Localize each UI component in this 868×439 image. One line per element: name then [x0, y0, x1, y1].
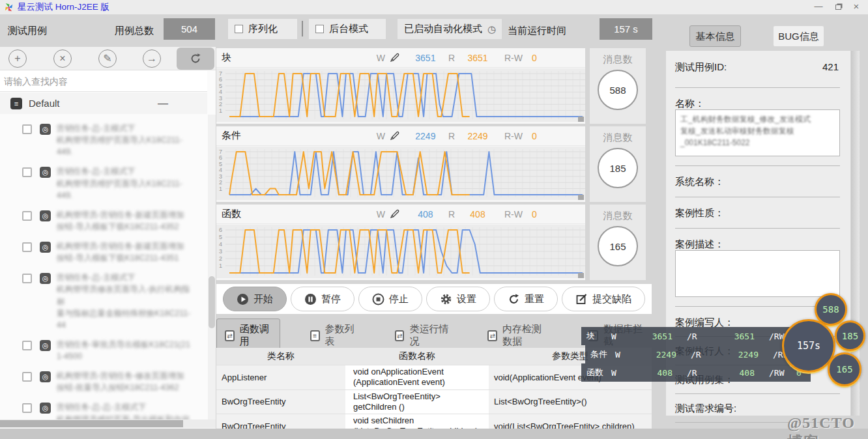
field-divider	[675, 393, 840, 394]
bottom-strip	[0, 429, 868, 439]
runtime-badge: 157 s	[600, 18, 652, 40]
scroll-thumb[interactable]	[209, 276, 215, 328]
runtime-label: 当前运行时间	[508, 25, 566, 37]
tab-内存检测数据[interactable]: ⇄内存检测数据	[480, 319, 558, 352]
export-icon[interactable]: →	[143, 50, 161, 68]
table-cell: List<BwOrgTreeEntity> getChildren ()	[345, 390, 489, 414]
tree-item[interactable]: ◎机构管理员-营销任务-新建页面增加 按钮-导入模板下载K18C211-4351	[0, 240, 207, 264]
reset-button[interactable]: 重置	[494, 287, 558, 311]
tree-item[interactable]: ◎营销任务-总-主模式下 机构管理员维护页面导入K18C211-449.	[0, 165, 207, 201]
table-cell: void setChildren (List<BwOrgTreeEntity> …	[345, 414, 489, 429]
read-key-label: R	[448, 209, 455, 220]
window-minimize-icon[interactable]: —	[809, 0, 828, 14]
message-count-value: 185	[598, 148, 638, 188]
stat-name: 条件	[585, 348, 615, 360]
sidebar: + × ✎ → ≡ Default — ◎营销任务-总-主模式下 机构管理员维护…	[0, 47, 216, 429]
y-axis-tick: 3	[219, 248, 222, 255]
play-button[interactable]: 开始	[223, 287, 287, 311]
button-label: 暂停	[321, 293, 341, 305]
tree-item-checkbox[interactable]	[22, 211, 32, 221]
pause-button[interactable]: 暂停	[291, 287, 354, 311]
read-count-value: 3651	[455, 53, 500, 63]
search-input[interactable]	[0, 71, 207, 92]
write-key-label: W	[377, 131, 385, 141]
chart-title: 块	[222, 51, 377, 64]
button-label: 重置	[525, 293, 544, 305]
pencil-icon[interactable]	[389, 52, 400, 63]
edit-icon[interactable]: ✎	[98, 50, 117, 68]
table-row[interactable]: BwOrgTreeEntityvoid setChildren (List<Bw…	[216, 414, 652, 429]
auto-mode-label: 已启动自动化模式	[404, 23, 482, 35]
add-icon[interactable]: +	[8, 50, 27, 68]
tree-item[interactable]: ◎营销任务-总-总-主模式下 机构管理员维护页面-导出模板和内容 导出一图K18…	[0, 401, 207, 419]
window-close-icon[interactable]: ×	[847, 0, 865, 14]
tree-item-checkbox[interactable]	[22, 167, 32, 177]
tree-item[interactable]: ◎机构管理员-营销任务-修改页面增加 按钮-批量导入按钮K18C211-4362	[0, 370, 207, 393]
case-icon: ◎	[40, 371, 51, 382]
stop-icon	[372, 293, 384, 305]
table-cell: void(List<BwOrgTreeEntity> children)	[489, 414, 652, 429]
chart-scrollbar[interactable]	[216, 278, 585, 280]
window-maximize-icon[interactable]	[829, 0, 847, 14]
basic-info-button[interactable]: 基本信息	[689, 25, 741, 47]
tree-item[interactable]: ◎机构管理员-营销任务-新建页面增加 按钮-导入模板下载K18C211-4352	[0, 209, 207, 233]
tree-item[interactable]: ◎营销任务-总-主模式下 机构管理员修改页面导入-执行机构指标 量与指标总量金额…	[0, 272, 207, 331]
bug-info-button[interactable]: BUG信息	[773, 25, 824, 47]
refresh-icon	[189, 52, 202, 65]
stat-bubble[interactable]: 157s	[782, 319, 835, 373]
write-key-label: W	[377, 209, 385, 220]
tree-item-checkbox[interactable]	[22, 372, 32, 382]
tab-参数列表[interactable]: ≡参数列表	[302, 319, 365, 352]
background-mode-checkbox-group[interactable]: 后台模式	[309, 19, 386, 39]
case-id-label: 测试用例ID:	[675, 61, 727, 74]
tree-item-checkbox[interactable]	[22, 341, 32, 350]
sidebar-vertical-scrollbar[interactable]	[208, 115, 216, 419]
refresh-button[interactable]	[177, 48, 214, 70]
read-count-value: 408	[455, 209, 500, 220]
chart-scrollbar[interactable]	[216, 122, 585, 124]
table-cell: void onApplicationEvent (ApplicationEven…	[345, 365, 489, 389]
button-label: 开始	[253, 293, 273, 305]
tree-item-checkbox[interactable]	[22, 242, 32, 252]
read-key-label: R	[448, 131, 455, 141]
tree-item[interactable]: ◎营销任务-总-主模式下 机构管理员维护页面导入K18C211-449.	[0, 122, 207, 158]
chart-plot: 654321	[216, 225, 585, 278]
serialize-checkbox-group[interactable]: 序列化	[228, 19, 297, 39]
sidebar-horizontal-scrollbar[interactable]	[0, 419, 216, 428]
case-name-box[interactable]: 工_机构财务数据复核_修改_发送模式 复核_发送私动审核财务数据复核 _001K…	[675, 109, 840, 156]
case-total-label: 用例总数	[115, 25, 154, 37]
collapse-icon[interactable]: —	[158, 98, 168, 109]
gear-button[interactable]: 设置	[426, 287, 490, 311]
r-value: 408	[708, 368, 755, 378]
tree-item-checkbox[interactable]	[22, 274, 32, 283]
remove-icon[interactable]: ×	[53, 50, 72, 68]
tree-item-checkbox[interactable]	[22, 403, 32, 413]
button-label: 提交缺陷	[592, 293, 631, 305]
r-key: /R	[691, 350, 712, 360]
stat-bubble[interactable]: 165	[828, 352, 861, 386]
pencil-icon[interactable]	[389, 130, 400, 141]
background-mode-checkbox[interactable]	[315, 25, 324, 33]
tree-item-label: 营销任务-总-主模式下 机构管理员维护页面导入K18C211-449.	[57, 165, 195, 201]
case-total-badge: 504	[164, 18, 215, 40]
chart-scrollbar[interactable]	[216, 200, 585, 202]
rw-key: /RW	[769, 368, 794, 378]
tree-group-default[interactable]: ≡ Default —	[0, 92, 207, 114]
test-case-label: 测试用例	[8, 25, 47, 37]
pencil-icon[interactable]	[389, 208, 400, 220]
message-count-label: 消息数	[590, 210, 646, 222]
background-mode-label: 后台模式	[329, 23, 368, 35]
case-desc-box[interactable]	[675, 250, 840, 297]
tree-item-checkbox[interactable]	[22, 124, 32, 134]
serialize-checkbox[interactable]	[235, 25, 243, 33]
scroll-thumb[interactable]	[0, 420, 183, 427]
tree-item-label: 营销任务-总-主模式下 机构管理员维护页面导入K18C211-449.	[57, 122, 195, 158]
tab-类运行情况[interactable]: ⇄类运行情况	[387, 319, 458, 352]
edit-button[interactable]: 提交缺陷	[562, 287, 645, 311]
tree-item[interactable]: ◎营销任务-审批员导出模板K18C21(21 1-4500	[0, 339, 207, 362]
case-name-label: 名称：	[675, 98, 704, 110]
table-row[interactable]: BwOrgTreeEntityList<BwOrgTreeEntity> get…	[216, 390, 652, 415]
stop-button[interactable]: 停止	[358, 287, 422, 311]
stat-bubble[interactable]: 185	[835, 320, 865, 351]
chart-header: 块W3651R3651R-W0	[216, 48, 585, 68]
